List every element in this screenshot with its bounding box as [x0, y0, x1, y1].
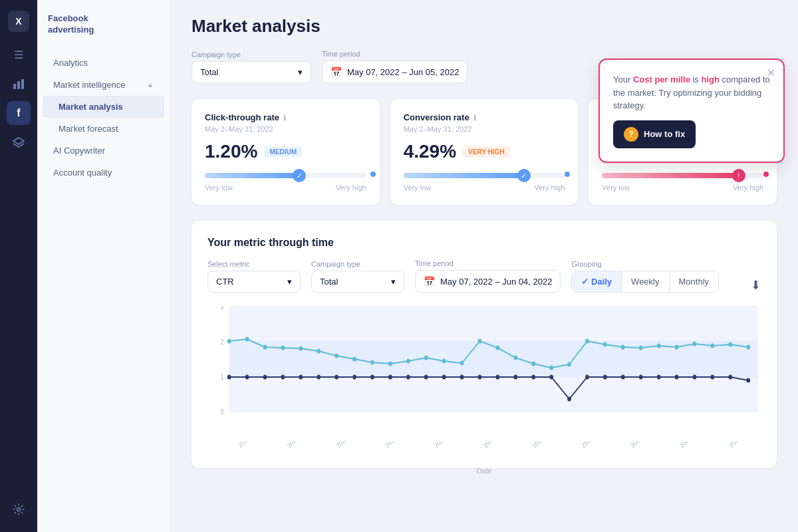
chart-time-select[interactable]: 📅 May 07, 2022 – Jun 04, 2022	[415, 270, 561, 293]
svg-point-60	[496, 375, 500, 380]
x-axis-label: Date	[207, 467, 761, 475]
ctr-value: 1.20% MEDIUM	[205, 141, 366, 162]
svg-point-70	[675, 375, 679, 380]
svg-point-31	[513, 356, 517, 360]
svg-text:2: 2	[220, 338, 223, 346]
svg-point-67	[621, 375, 625, 380]
svg-point-58	[460, 375, 464, 380]
svg-point-28	[460, 361, 464, 366]
chart-area: 3 2 1 0	[207, 306, 761, 452]
main-content: Market analysis Campaign type Total ▾ Ti…	[170, 0, 798, 532]
x-label: 2022-05-28	[580, 442, 606, 449]
metric-select[interactable]: CTR ▾	[207, 271, 301, 293]
svg-point-30	[496, 346, 500, 350]
conversion-high-label: Very high	[534, 184, 565, 192]
svg-rect-1	[17, 81, 20, 89]
tooltip-text: Your Cost per mille is high compared to …	[613, 73, 770, 112]
svg-point-15	[227, 339, 231, 344]
cpm-progress-bar: !	[602, 173, 763, 178]
svg-point-50	[317, 375, 321, 380]
x-label: 2022-05-07	[237, 442, 263, 449]
svg-point-64	[567, 397, 571, 402]
svg-point-41	[693, 342, 697, 346]
grouping-daily-button[interactable]: Daily	[572, 271, 622, 292]
metric-filter: Select metric CTR ▾	[207, 260, 301, 293]
svg-point-52	[352, 375, 356, 380]
svg-text:1: 1	[220, 373, 223, 381]
svg-point-59	[478, 375, 482, 380]
cpm-bar-fill: !	[602, 173, 744, 178]
svg-text:0: 0	[220, 408, 223, 416]
campaign-type-select[interactable]: Total ▾	[192, 61, 311, 83]
svg-point-47	[263, 375, 267, 380]
svg-point-61	[513, 375, 517, 380]
svg-point-4	[17, 508, 21, 511]
settings-icon[interactable]	[7, 497, 31, 521]
svg-point-42	[711, 344, 715, 348]
layers-icon[interactable]	[7, 130, 31, 154]
svg-point-63	[549, 375, 553, 380]
sidebar-item-market-forecast[interactable]: Market forecast	[43, 118, 164, 140]
sidebar-item-account-quality[interactable]: Account quality	[43, 162, 164, 184]
conversion-progress-bar: ✓	[404, 173, 565, 178]
svg-point-55	[406, 375, 410, 380]
chevron-down-icon: ▾	[298, 67, 303, 77]
svg-point-22	[352, 357, 356, 362]
svg-marker-3	[13, 138, 24, 144]
grouping-weekly-button[interactable]: Weekly	[622, 271, 669, 292]
calendar-icon-2: 📅	[424, 276, 435, 287]
ctr-progress-bar: ✓	[205, 173, 366, 178]
menu-icon[interactable]: ☰	[7, 43, 31, 66]
x-label: 2022-05-25	[531, 442, 558, 449]
svg-point-27	[442, 359, 446, 364]
svg-point-43	[728, 342, 732, 347]
time-period-select[interactable]: 📅 May 07, 2022 – Jun 05, 2022	[322, 61, 467, 83]
download-icon[interactable]: ⬇	[751, 278, 761, 293]
chart-filters-row: Select metric CTR ▾ Campaign type Total …	[207, 259, 761, 293]
svg-point-54	[388, 375, 392, 380]
x-label: 2022-05-22	[482, 442, 509, 449]
svg-point-74	[746, 378, 750, 383]
sidebar-item-ai-copywriter[interactable]: AI Copywriter	[43, 140, 164, 162]
grouping-label: Grouping	[571, 260, 719, 268]
svg-text:3: 3	[220, 306, 223, 311]
ctr-title: Click-through rate	[205, 112, 279, 122]
sidebar-item-market-intelligence[interactable]: Market intelligence ▲	[43, 74, 164, 96]
conversion-title: Conversion rate	[404, 112, 469, 122]
question-icon: ?	[624, 127, 638, 142]
svg-point-38	[639, 346, 643, 350]
svg-point-48	[281, 375, 285, 380]
metric-chart: 3 2 1 0	[207, 306, 761, 439]
sidebar-item-market-analysis[interactable]: Market analysis	[43, 96, 164, 118]
svg-point-66	[603, 375, 607, 380]
campaign-type-label: Campaign type	[192, 51, 311, 59]
svg-point-49	[299, 375, 303, 380]
info-icon-conversion[interactable]: ℹ	[473, 113, 477, 122]
chart-campaign-select[interactable]: Total ▾	[311, 271, 404, 293]
chart-bar-icon[interactable]	[7, 72, 31, 96]
cpm-tooltip-popup: ✕ Your Cost per mille is high compared t…	[598, 59, 785, 163]
svg-point-34	[567, 362, 571, 367]
x-label: 2022-05-31	[629, 442, 656, 449]
svg-point-19	[299, 346, 303, 351]
svg-point-39	[657, 344, 661, 348]
conversion-low-label: Very low	[404, 184, 432, 192]
grouping-monthly-button[interactable]: Monthly	[670, 271, 719, 292]
svg-point-36	[603, 342, 607, 347]
cpm-high-label: Very high	[733, 184, 763, 192]
svg-point-26	[424, 356, 428, 360]
how-to-fix-button[interactable]: ? How to fix	[613, 120, 696, 148]
close-button[interactable]: ✕	[767, 66, 775, 79]
facebook-icon[interactable]: f	[7, 101, 31, 125]
chart-campaign-label: Campaign type	[311, 260, 404, 268]
alert-indicator: !	[732, 169, 745, 182]
conversion-badge: VERY HIGH	[463, 146, 509, 158]
sidebar-item-analytics[interactable]: Analytics	[43, 52, 164, 74]
svg-point-16	[245, 337, 249, 342]
ctr-card: Click-through rate ℹ May 2–May 31, 2022 …	[192, 99, 380, 205]
chart-time-filter: Time period 📅 May 07, 2022 – Jun 04, 202…	[415, 259, 561, 293]
time-period-label: Time period	[322, 50, 467, 58]
svg-point-62	[531, 375, 535, 380]
info-icon-ctr[interactable]: ℹ	[283, 113, 287, 122]
chevron-down-icon-2: ▾	[287, 277, 292, 287]
